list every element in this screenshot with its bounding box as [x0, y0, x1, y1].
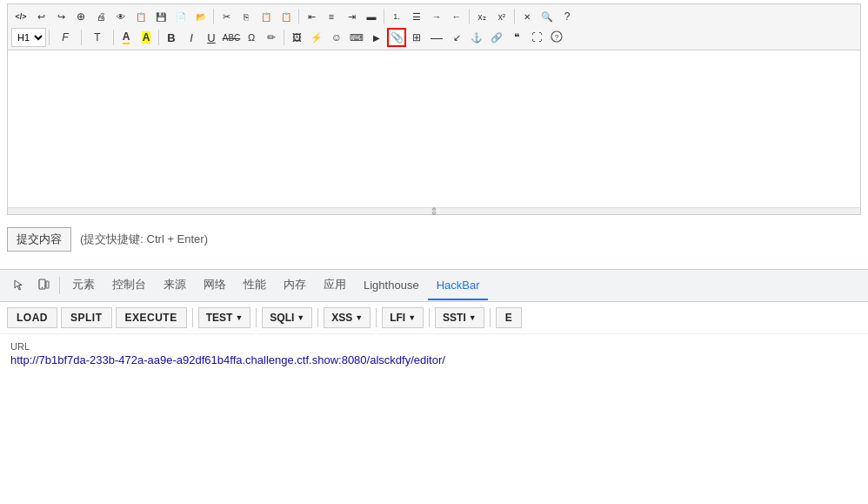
templates-icon: 📋 [136, 12, 146, 22]
indent-button[interactable]: → [427, 7, 446, 26]
insert-image-icon: 🖼 [292, 32, 302, 43]
attachment-button[interactable]: 📎 [387, 28, 406, 47]
editor-textarea[interactable] [8, 50, 860, 207]
outdent-button[interactable]: ← [447, 7, 466, 26]
editor-resize-handle[interactable]: ⇕ [8, 207, 860, 214]
numbered-list-icon: 1. [393, 12, 400, 21]
hackbar-ssti-button[interactable]: SSTI ▼ [435, 307, 484, 328]
tab-lighthouse[interactable]: Lighthouse [355, 272, 428, 300]
align-left-button[interactable]: ⇤ [302, 7, 321, 26]
hackbar-lfi-arrow: ▼ [408, 313, 416, 322]
paste-word-icon: 📋 [281, 12, 291, 22]
paste-button[interactable]: 📋 [257, 7, 276, 26]
help-button[interactable]: ? [558, 7, 577, 26]
align-center-icon: ≡ [329, 11, 334, 22]
numbered-list-button[interactable]: 1. [387, 7, 406, 26]
superscript-button[interactable]: x² [492, 7, 511, 26]
bulleted-list-button[interactable]: ☰ [407, 7, 426, 26]
svg-rect-3 [46, 281, 49, 288]
devtools-panel: 元素 控制台 来源 网络 性能 内存 应用 Lighthouse HackBar… [0, 269, 868, 373]
align-center-button[interactable]: ≡ [322, 7, 341, 26]
tab-console[interactable]: 控制台 [103, 270, 155, 301]
insert-button[interactable]: ↙ [447, 28, 466, 47]
eraser-button[interactable]: ✏ [262, 28, 281, 47]
tab-application[interactable]: 应用 [315, 270, 355, 301]
hackbar-e-button[interactable]: E [496, 307, 523, 328]
copy-icon: ⎘ [244, 12, 249, 22]
subscript-button[interactable]: x₂ [472, 7, 491, 26]
underline-button[interactable]: U [202, 28, 221, 47]
tab-hackbar[interactable]: HackBar [428, 272, 489, 300]
hackbar-separator-3 [317, 308, 318, 327]
cut-button[interactable]: ✂ [217, 7, 236, 26]
align-justify-button[interactable]: ▬ [362, 7, 381, 26]
undo-button[interactable]: ↩ [31, 7, 50, 26]
tab-sources[interactable]: 来源 [155, 270, 195, 301]
outdent-icon: ← [452, 11, 462, 22]
font-family-button[interactable]: F [52, 28, 78, 47]
tab-elements[interactable]: 元素 [63, 270, 103, 301]
subscript-icon: x₂ [478, 12, 486, 22]
copy-button[interactable]: ⎘ [237, 7, 256, 26]
devtools-icon-separator [59, 277, 60, 294]
remove-format-button[interactable]: ✕ [517, 7, 537, 26]
hackbar-ssti-arrow: ▼ [469, 313, 477, 322]
iframe-button[interactable]: ▶ [367, 28, 386, 47]
horizontal-rule-button[interactable]: — [427, 28, 446, 47]
attachment-icon: 📎 [391, 31, 404, 44]
source-button[interactable]: </> [11, 7, 30, 26]
insert-image-button[interactable]: 🖼 [287, 28, 306, 47]
special-char-button[interactable]: Ω [242, 28, 261, 47]
submit-button[interactable]: 提交内容 [7, 227, 71, 252]
tab-performance[interactable]: 性能 [235, 270, 275, 301]
hackbar-xss-button[interactable]: XSS ▼ [324, 307, 371, 328]
special-button[interactable]: ⌨ [347, 28, 366, 47]
bg-color-button[interactable]: A [137, 28, 156, 47]
devtools-device-button[interactable] [31, 270, 56, 301]
format-select[interactable]: H1H2H3Normal [11, 28, 46, 47]
strikethrough-button[interactable]: ABC [222, 28, 241, 47]
redo-icon: ↪ [57, 11, 65, 23]
flash-button[interactable]: ⚡ [307, 28, 326, 47]
hackbar-sqli-button[interactable]: SQLI ▼ [262, 307, 312, 328]
devtools-cursor-button[interactable] [7, 270, 31, 301]
align-right-button[interactable]: ⇥ [342, 7, 361, 26]
hackbar-lfi-button[interactable]: LFI ▼ [382, 307, 424, 328]
find-button[interactable]: 🔍 [537, 7, 557, 26]
hackbar-split-button[interactable]: SPLIT [61, 307, 112, 328]
separator-r2-3 [113, 30, 114, 45]
hackbar-lfi-label: LFI [390, 312, 405, 324]
anchor-button[interactable]: ⚓ [467, 28, 486, 47]
help2-button[interactable]: ? [547, 28, 566, 47]
blockquote-button[interactable]: ❝ [507, 28, 526, 47]
text-color-button[interactable]: A [117, 28, 136, 47]
tab-memory[interactable]: 内存 [275, 270, 315, 301]
hackbar-test-button[interactable]: TEST ▼ [198, 307, 251, 328]
smiley-button[interactable]: ☺ [327, 28, 346, 47]
zoom-in-button[interactable]: ⊕ [71, 7, 90, 26]
new-button[interactable]: 📄 [171, 7, 190, 26]
insert-table-button[interactable]: ⊞ [407, 28, 426, 47]
hackbar-execute-button[interactable]: EXECUTE [116, 307, 187, 328]
separator-3 [384, 9, 384, 24]
svg-text:?: ? [554, 33, 558, 42]
maximize-button[interactable]: ⛶ [527, 28, 546, 47]
print-button[interactable]: 🖨 [91, 7, 110, 26]
url-label: URL [10, 341, 858, 352]
font-size-button[interactable]: T [84, 28, 110, 47]
editor-content[interactable] [8, 50, 860, 207]
bold-icon: B [167, 31, 175, 44]
redo-button[interactable]: ↪ [51, 7, 70, 26]
separator-2 [298, 9, 299, 24]
hackbar-load-button[interactable]: LOAD [7, 307, 57, 328]
link-button[interactable]: 🔗 [487, 28, 506, 47]
open-button[interactable]: 📂 [191, 7, 210, 26]
templates-button[interactable]: 📋 [131, 7, 150, 26]
bold-button[interactable]: B [162, 28, 181, 47]
save-button[interactable]: 💾 [151, 7, 170, 26]
preview-button[interactable]: 👁 [111, 7, 130, 26]
devtools-tabs: 元素 控制台 来源 网络 性能 内存 应用 Lighthouse HackBar [0, 270, 868, 302]
tab-network[interactable]: 网络 [195, 270, 235, 301]
italic-button[interactable]: I [182, 28, 201, 47]
paste-word-button[interactable]: 📋 [277, 7, 296, 26]
